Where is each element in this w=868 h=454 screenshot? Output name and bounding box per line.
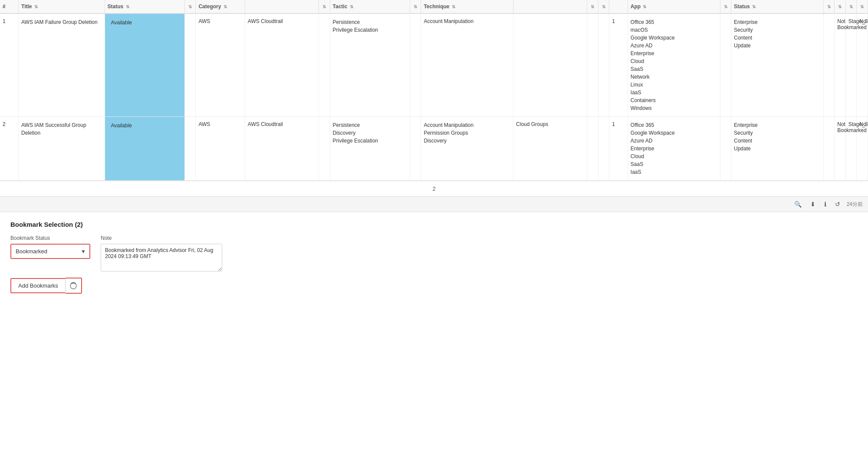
col-sub-category [245,0,319,13]
refresh-icon[interactable]: ↺ [833,199,842,209]
col-sort6[interactable]: ⇅ [720,0,731,13]
cell-num: 1 [0,13,19,117]
col-sort9[interactable]: ⇅ [845,0,857,13]
cell-count: 1 [609,117,628,181]
status-badge: Available [108,121,135,130]
col-num: # [0,0,19,13]
search-icon[interactable]: 🔍 [792,199,804,209]
toolbar-timestamp: 24分前 [847,201,863,208]
cell-sort4 [587,117,598,181]
cell-sort7 [823,13,835,117]
bookmark-status-select-wrapper: Bookmarked Not Bookmarked ▼ [10,244,90,259]
cell-sort6 [720,13,731,117]
spinner-icon [70,282,77,289]
bookmark-panel-title: Bookmark Selection (2) [10,221,858,228]
cell-sort1 [184,117,196,181]
cell-tactic: PersistencePrivilege Escalation [330,13,410,117]
col-status[interactable]: Status ⇅ [105,0,184,13]
status-sort-icon[interactable]: ⇅ [126,4,129,9]
table-row[interactable]: 1 AWS IAM Failure Group Deletion Availab… [0,13,868,117]
cell-sort6 [720,117,731,181]
cell-app: Office 365Google WorkspaceAzure ADEnterp… [628,117,720,181]
cell-tactic: PersistenceDiscoveryPrivilege Escalation [330,117,410,181]
col-sort2[interactable]: ⇅ [319,0,330,13]
cell-num: 2 [0,117,19,181]
title-sort-icon[interactable]: ⇅ [34,4,38,9]
page-wrapper: # Title ⇅ Status ⇅ ⇅ Category ⇅ ⇅ Tactic… [0,0,868,454]
cell-sort2 [319,13,330,117]
cell-category: AWS [196,13,245,117]
app-status-sort-icon[interactable]: ⇅ [752,4,756,9]
col-app[interactable]: App ⇅ [628,0,720,13]
col-sort10[interactable]: ⇅ [857,0,868,13]
col-sort8[interactable]: ⇅ [835,0,846,13]
cell-app-status: EnterpriseSecurityContentUpdate [731,13,824,117]
col-sort3[interactable]: ⇅ [410,0,421,13]
col-sort5[interactable]: ⇅ [598,0,609,13]
cell-sub-technique: Cloud Groups [513,117,587,181]
cell-sort5 [598,13,609,117]
note-textarea[interactable]: Bookmarked from Analytics Advisor Fri, 0… [101,244,222,272]
note-group: Note Bookmarked from Analytics Advisor F… [101,235,222,272]
cell-status: Available [105,117,184,181]
download-icon[interactable]: ⬇ [808,199,818,209]
app-sort-icon[interactable]: ⇅ [643,4,646,9]
bookmark-status-label: Bookmark Status [10,235,90,241]
col-count [609,0,628,13]
col-sort4[interactable]: ⇅ [587,0,598,13]
pagination-row: 2 [0,181,868,197]
col-sort1[interactable]: ⇅ [184,0,196,13]
cell-stage: Stage_3 [845,117,857,181]
category-sort-icon[interactable]: ⇅ [224,4,227,9]
col-app-status[interactable]: Status ⇅ [731,0,824,13]
add-bookmarks-button[interactable]: Add Bookmarks [10,278,66,293]
bookmark-status-select[interactable]: Bookmarked Not Bookmarked [11,245,89,258]
cell-sort3 [410,13,421,117]
col-title[interactable]: Title ⇅ [19,0,105,13]
cell-sort1 [184,13,196,117]
bookmark-panel: Bookmark Selection (2) Bookmark Status B… [0,212,868,302]
toolbar: 🔍 ⬇ ℹ ↺ 24分前 [0,197,868,212]
cell-app-status: EnterpriseSecurityContentUpdate [731,117,824,181]
status-badge: Available [108,18,135,27]
cell-sort4 [587,13,598,117]
cell-sort7 [823,117,835,181]
info-icon[interactable]: ℹ [822,199,829,209]
cell-category: AWS [196,117,245,181]
pagination-total: 2 [432,186,435,192]
col-technique[interactable]: Technique ⇅ [421,0,513,13]
col-sub-technique [513,0,587,13]
bookmark-form: Bookmark Status Bookmarked Not Bookmarke… [10,235,858,272]
cell-count: 1 [609,13,628,117]
col-sort7[interactable]: ⇅ [823,0,835,13]
cell-sort2 [319,117,330,181]
table-container: # Title ⇅ Status ⇅ ⇅ Category ⇅ ⇅ Tactic… [0,0,868,181]
col-category[interactable]: Category ⇅ [196,0,245,13]
rules-table: # Title ⇅ Status ⇅ ⇅ Category ⇅ ⇅ Tactic… [0,0,868,181]
cell-sort5 [598,117,609,181]
cell-technique: Account Manipulation [421,13,513,117]
cell-title: AWS IAM Failure Group Deletion [19,13,105,117]
spinner-button[interactable] [66,278,82,294]
cell-sub-technique [513,13,587,117]
cell-sub-category: AWS Cloudtrail [245,117,319,181]
cell-sort3 [410,117,421,181]
cell-sub-category: AWS Cloudtrail [245,13,319,117]
bookmark-status-group: Bookmark Status Bookmarked Not Bookmarke… [10,235,90,259]
action-row: Add Bookmarks [10,278,858,294]
cell-technique: Account ManipulationPermission GroupsDis… [421,117,513,181]
cell-app: Office 365macOSGoogle WorkspaceAzure ADE… [628,13,720,117]
technique-sort-icon[interactable]: ⇅ [452,4,455,9]
table-row[interactable]: 2 AWS IAM Successful Group Deletion Avai… [0,117,868,181]
note-label: Note [101,235,222,241]
cell-title: AWS IAM Successful Group Deletion [19,117,105,181]
cell-bookmark-status: NotBookmarked [835,117,846,181]
tactic-sort-icon[interactable]: ⇅ [350,4,353,9]
cell-status: Available [105,13,184,117]
cell-bookmark-status: NotBookmarked [835,13,846,117]
col-tactic[interactable]: Tactic ⇅ [330,0,410,13]
